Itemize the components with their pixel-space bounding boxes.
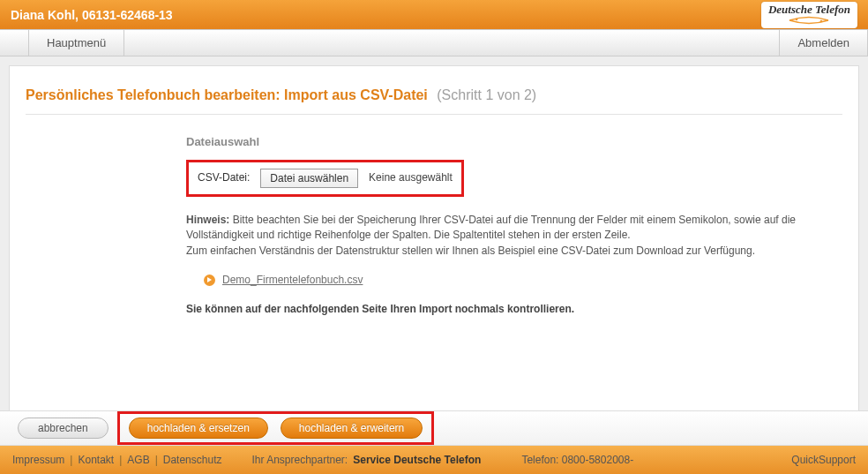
footer-sep: |: [119, 454, 122, 466]
section-heading: Dateiauswahl: [186, 134, 805, 151]
content-panel: Persönliches Telefonbuch bearbeiten: Imp…: [9, 65, 859, 417]
brand-logo: Deutsche Telefon: [761, 2, 857, 28]
footer-link-impressum[interactable]: Impressum: [12, 454, 64, 466]
download-row: Demo_Firmentelefonbuch.csv: [204, 273, 805, 288]
footer-sep: |: [155, 454, 158, 466]
footer-sep: |: [70, 454, 72, 466]
hint-label: Hinweis:: [186, 214, 229, 226]
footer-bar: Impressum | Kontakt | AGB | Datenschutz …: [0, 446, 868, 474]
action-bar: abbrechen hochladen & ersetzen hochladen…: [0, 410, 868, 446]
confirm-line: Sie können auf der nachfolgenden Seite I…: [186, 302, 805, 317]
file-row-highlight: CSV-Datei: Datei auswählen Keine ausgewä…: [186, 160, 464, 197]
title-divider: [26, 114, 842, 115]
file-row: CSV-Datei: Datei auswählen Keine ausgewä…: [198, 169, 453, 188]
page-step: (Schritt 1 von 2): [437, 87, 536, 102]
form-area: Dateiauswahl CSV-Datei: Datei auswählen …: [186, 134, 805, 318]
footer-phone-label-text: Telefon:: [521, 454, 558, 466]
menu-main[interactable]: Hauptmenü: [28, 30, 124, 56]
upload-buttons-highlight: hochladen & ersetzen hochladen & erweite…: [117, 411, 435, 445]
header-user-info: Diana Kohl, 06131-62468-13: [11, 8, 173, 22]
footer-link-agb[interactable]: AGB: [127, 454, 149, 466]
brand-text: Deutsche Telefon: [768, 4, 850, 15]
footer-left: Impressum | Kontakt | AGB | Datenschutz …: [12, 454, 633, 466]
file-status: Keine ausgewählt: [369, 170, 453, 185]
menu-bar: Hauptmenü Abmelden: [0, 30, 868, 56]
demo-csv-link[interactable]: Demo_Firmentelefonbuch.csv: [222, 273, 363, 288]
footer-phone-value: 0800-5802008-: [562, 454, 633, 466]
choose-file-button[interactable]: Datei auswählen: [260, 169, 358, 188]
svg-point-0: [796, 18, 798, 20]
hint-block: Hinweis: Bitte beachten Sie bei der Spei…: [186, 213, 805, 259]
cancel-button[interactable]: abbrechen: [18, 418, 108, 439]
page-title: Persönliches Telefonbuch bearbeiten: Imp…: [26, 87, 428, 102]
menu-logout[interactable]: Abmelden: [779, 30, 868, 56]
footer-link-datenschutz[interactable]: Datenschutz: [163, 454, 222, 466]
svg-point-1: [820, 19, 823, 22]
footer-phone-label: Telefon: 0800-5802008-: [521, 454, 633, 466]
page-title-row: Persönliches Telefonbuch bearbeiten: Imp…: [10, 66, 858, 114]
upload-extend-button[interactable]: hochladen & erweitern: [281, 418, 423, 439]
arrow-right-icon: [204, 275, 215, 286]
footer-quicksupport[interactable]: QuickSupport: [791, 454, 856, 466]
footer-contact-label: Ihr Ansprechpartner:: [251, 454, 348, 466]
footer-link-kontakt[interactable]: Kontakt: [78, 454, 114, 466]
upload-replace-button[interactable]: hochladen & ersetzen: [129, 418, 268, 439]
hint-text-2: Zum einfachen Verständnis der Datenstruk…: [186, 245, 755, 257]
hint-text-1: Bitte beachten Sie bei der Speicherung I…: [186, 214, 796, 241]
file-label: CSV-Datei:: [198, 170, 250, 185]
brand-swoosh-icon: [788, 16, 830, 25]
footer-contact-value: Service Deutsche Telefon: [353, 454, 481, 466]
menu-spacer: [0, 30, 28, 56]
header-bar: Diana Kohl, 06131-62468-13 Deutsche Tele…: [0, 0, 868, 30]
